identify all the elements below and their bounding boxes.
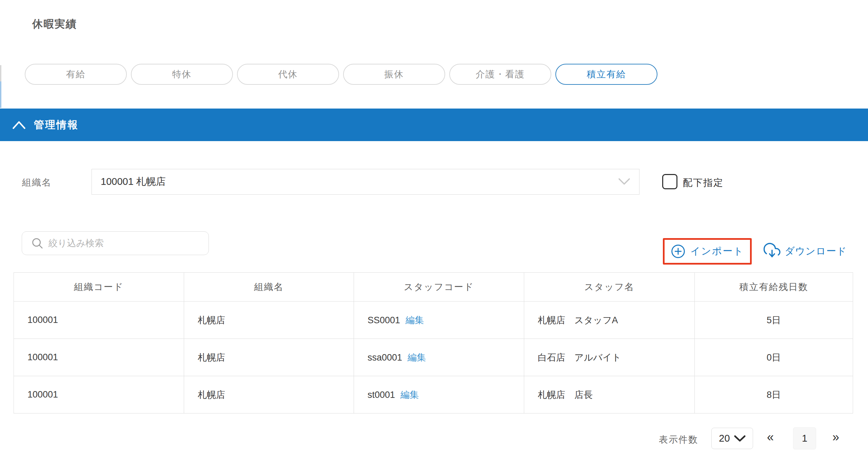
col-org-name: 組織名 xyxy=(184,273,354,302)
filter-search xyxy=(22,231,209,255)
tab-accumulated-paid-leave[interactable]: 積立有給 xyxy=(555,64,657,85)
org-name-select[interactable]: 100001 札幌店 xyxy=(92,169,639,195)
per-page-value: 20 xyxy=(719,433,730,444)
org-code-cell: 100001 xyxy=(14,376,184,413)
remaining-days-cell: 0日 xyxy=(695,339,853,376)
org-code-cell: 100001 xyxy=(14,302,184,339)
tab-transferred-holiday[interactable]: 振休 xyxy=(343,64,445,85)
edit-link[interactable]: 編集 xyxy=(406,315,424,325)
staff-code-cell: st0001編集 xyxy=(354,376,524,413)
per-page-label: 表示件数 xyxy=(659,433,698,446)
staff-table: 組織コード 組織名 スタッフコード スタッフ名 積立有給残日数 100001 札… xyxy=(14,272,853,413)
org-name-cell: 札幌店 xyxy=(184,302,354,339)
remaining-days-cell: 8日 xyxy=(695,376,853,413)
table-row: 100001 札幌店 SS0001編集 札幌店 スタッフA 5日 xyxy=(14,302,853,339)
page-title: 休暇実績 xyxy=(32,17,77,31)
staff-name-cell: 札幌店 店長 xyxy=(524,376,695,413)
chevron-down-icon xyxy=(618,177,630,186)
pagination-next-button[interactable]: » xyxy=(832,430,839,444)
import-button[interactable]: インポート xyxy=(663,238,752,265)
chevron-up-icon xyxy=(12,120,26,130)
download-label: ダウンロード xyxy=(785,245,847,258)
staff-name-cell: 札幌店 スタッフA xyxy=(524,302,695,339)
subordinate-checkbox-label: 配下指定 xyxy=(683,176,724,189)
staff-code-value: SS0001 xyxy=(368,315,400,325)
pagination-current-page[interactable]: 1 xyxy=(793,427,816,449)
search-input[interactable] xyxy=(48,238,191,249)
staff-code-value: st0001 xyxy=(368,390,395,400)
subordinate-checkbox[interactable] xyxy=(662,174,677,189)
tab-paid-leave[interactable]: 有給 xyxy=(25,64,127,85)
download-cloud-icon xyxy=(764,243,781,260)
staff-code-cell: SS0001編集 xyxy=(354,302,524,339)
col-org-code: 組織コード xyxy=(14,273,184,302)
org-name-cell: 札幌店 xyxy=(184,376,354,413)
org-name-cell: 札幌店 xyxy=(184,339,354,376)
staff-code-cell: ssa0001編集 xyxy=(354,339,524,376)
staff-code-value: ssa0001 xyxy=(368,352,402,363)
edit-link[interactable]: 編集 xyxy=(400,390,419,400)
table-row: 100001 札幌店 ssa0001編集 白石店 アルバイト 0日 xyxy=(14,339,853,376)
app-root: 休暇実績 有給 特休 代休 振休 介護・看護 積立有給 管理情報 組織名 100… xyxy=(0,0,868,463)
plus-circle-icon xyxy=(671,244,686,259)
col-staff-code: スタッフコード xyxy=(354,273,524,302)
tab-special-leave[interactable]: 特休 xyxy=(131,64,233,85)
leave-type-tabs: 有給 特休 代休 振休 介護・看護 積立有給 xyxy=(25,64,657,85)
management-info-header[interactable]: 管理情報 xyxy=(0,109,868,141)
col-remaining-days: 積立有給残日数 xyxy=(695,273,853,302)
table-header-row: 組織コード 組織名 スタッフコード スタッフ名 積立有給残日数 xyxy=(14,273,853,302)
pagination-prev-button[interactable]: « xyxy=(767,430,774,444)
download-button[interactable]: ダウンロード xyxy=(764,240,847,263)
panel-title: 管理情報 xyxy=(34,118,79,132)
import-label: インポート xyxy=(690,245,744,258)
remaining-days-cell: 5日 xyxy=(695,302,853,339)
search-icon xyxy=(31,237,44,250)
org-code-cell: 100001 xyxy=(14,339,184,376)
tab-care-nursing[interactable]: 介護・看護 xyxy=(449,64,551,85)
table-row: 100001 札幌店 st0001編集 札幌店 店長 8日 xyxy=(14,376,853,413)
tab-compensatory-leave[interactable]: 代休 xyxy=(237,64,339,85)
edit-link[interactable]: 編集 xyxy=(408,352,426,363)
staff-name-cell: 白石店 アルバイト xyxy=(524,339,695,376)
org-select-value: 100001 札幌店 xyxy=(101,175,166,189)
chevron-down-bold-icon xyxy=(734,435,746,442)
org-name-label: 組織名 xyxy=(22,176,52,189)
table-body: 100001 札幌店 SS0001編集 札幌店 スタッフA 5日 100001 … xyxy=(14,302,853,413)
per-page-select[interactable]: 20 xyxy=(711,428,753,449)
col-staff-name: スタッフ名 xyxy=(524,273,695,302)
left-edge-strip xyxy=(0,65,1,108)
